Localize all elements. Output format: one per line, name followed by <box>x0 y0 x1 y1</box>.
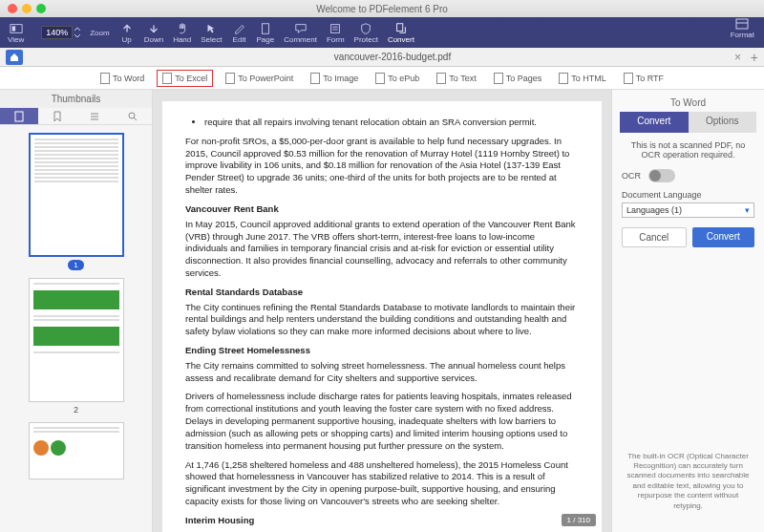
epub-icon <box>375 73 385 84</box>
zoom-value[interactable]: 140% <box>41 26 73 39</box>
thumbnails-list[interactable]: 1 2 <box>0 125 152 532</box>
zoom-label: Zoom <box>90 29 109 37</box>
search-icon <box>127 111 138 122</box>
to-text-button[interactable]: To Text <box>432 71 480 86</box>
edit-button[interactable]: Edit <box>232 22 247 44</box>
scan-note: This is not a scanned PDF, no OCR operat… <box>622 140 754 160</box>
body-text: In May 2015, Council approved additional… <box>185 219 579 280</box>
window-title: Welcome to PDFelement 6 Pro <box>0 4 764 14</box>
new-tab-button[interactable]: + <box>751 50 758 65</box>
page-content: require that all repairs involving tenan… <box>162 101 602 532</box>
svg-line-14 <box>134 117 137 120</box>
format-button[interactable]: Format <box>731 17 754 39</box>
comment-button[interactable]: Comment <box>284 22 317 44</box>
body-text: Drivers of homelessness include discharg… <box>185 391 579 452</box>
thumbnail-page-3[interactable] <box>29 422 124 479</box>
body-text: The City continues refining the Rental S… <box>185 302 579 338</box>
heading: Interim Housing <box>185 515 579 527</box>
svg-rect-7 <box>736 19 748 29</box>
page-label: 1 <box>68 260 83 270</box>
to-powerpoint-button[interactable]: To PowerPoint <box>221 71 298 86</box>
bookmarks-tab[interactable] <box>38 108 76 124</box>
heading: Rental Standards Database <box>185 287 579 299</box>
thumbnails-sidebar: Thumbnails 1 2 <box>0 90 153 532</box>
html-icon <box>559 73 568 84</box>
cancel-button[interactable]: Cancel <box>622 227 687 247</box>
document-viewport[interactable]: require that all repairs involving tenan… <box>153 90 611 532</box>
to-word-button[interactable]: To Word <box>96 71 149 86</box>
thumbnail-page-2[interactable]: 2 <box>29 278 124 415</box>
svg-rect-3 <box>331 24 340 32</box>
convert-panel: To Word Convert Options This is not a sc… <box>611 90 764 532</box>
panel-tabs: Convert Options <box>620 112 756 133</box>
to-rtf-button[interactable]: To RTF <box>619 71 668 86</box>
home-tab-button[interactable] <box>6 50 23 65</box>
bookmark-icon <box>52 111 63 122</box>
to-pages-button[interactable]: To Pages <box>489 71 547 86</box>
outline-tab[interactable] <box>76 108 115 124</box>
close-tab-button[interactable]: × <box>734 51 741 64</box>
ocr-footer-note: The built-in OCR (Optical Character Reco… <box>622 446 754 521</box>
language-select[interactable]: Languages (1) <box>622 202 754 218</box>
body-text: At 1,746 (1,258 sheltered homeless and 4… <box>185 459 579 508</box>
language-label: Document Language <box>622 190 754 200</box>
tab-options[interactable]: Options <box>689 112 757 133</box>
sidebar-title: Thumbnails <box>0 90 152 108</box>
image-icon <box>310 73 320 84</box>
page-button[interactable]: Page <box>257 22 275 44</box>
view-button[interactable]: View <box>8 22 24 44</box>
convert-format-bar: To Word To Excel To PowerPoint To Image … <box>0 67 764 90</box>
ppt-icon <box>225 73 235 84</box>
document-tab-bar: vancouver-2016-budget.pdf × + <box>0 48 764 67</box>
search-tab[interactable] <box>114 108 152 124</box>
word-icon <box>100 73 110 84</box>
list-icon <box>89 111 100 122</box>
body-text: The City remains committed to solving st… <box>185 360 579 385</box>
convert-action-button[interactable]: Convert <box>692 227 755 247</box>
up-button[interactable]: Up <box>119 22 135 44</box>
form-button[interactable]: Form <box>327 22 345 44</box>
panel-header: To Word <box>620 94 756 112</box>
text-icon <box>436 73 446 84</box>
body-text: For non-profit SROs, a $5,000-per-door g… <box>185 136 579 197</box>
zoom-stepper-icon[interactable] <box>73 26 82 39</box>
main-toolbar: View 140% Zoom Up Down Hand Select Edit … <box>0 17 764 48</box>
bullet-item: require that all repairs involving tenan… <box>204 117 579 129</box>
page-label: 2 <box>29 405 124 415</box>
pages-icon <box>494 73 503 84</box>
svg-rect-9 <box>15 112 23 121</box>
down-button[interactable]: Down <box>144 22 163 44</box>
tab-convert[interactable]: Convert <box>620 112 689 133</box>
zoom-control[interactable]: 140% <box>41 26 82 39</box>
protect-button[interactable]: Protect <box>354 22 378 44</box>
hand-button[interactable]: Hand <box>173 22 191 44</box>
thumbnail-page-1[interactable]: 1 <box>29 133 124 270</box>
page-indicator[interactable]: 1 / 310 <box>562 514 596 526</box>
rtf-icon <box>624 73 633 84</box>
thumbnails-tab[interactable] <box>0 108 38 124</box>
document-tab[interactable]: vancouver-2016-budget.pdf <box>27 52 758 62</box>
to-epub-button[interactable]: To ePub <box>371 71 424 86</box>
excel-icon <box>162 73 172 84</box>
heading: Vancouver Rent Bank <box>185 203 579 216</box>
svg-rect-1 <box>11 26 15 31</box>
to-image-button[interactable]: To Image <box>306 71 363 86</box>
sidebar-tabs <box>0 108 152 125</box>
ocr-label: OCR <box>622 171 641 181</box>
to-html-button[interactable]: To HTML <box>554 71 611 86</box>
window-titlebar: Welcome to PDFelement 6 Pro <box>0 0 764 17</box>
select-button[interactable]: Select <box>201 22 222 44</box>
heading: Ending Street Homelessness <box>185 345 579 357</box>
svg-rect-2 <box>262 23 268 33</box>
convert-button[interactable]: Convert <box>388 22 414 44</box>
page-icon <box>13 111 25 122</box>
to-excel-button[interactable]: To Excel <box>157 70 213 87</box>
svg-rect-6 <box>397 23 403 31</box>
ocr-toggle[interactable] <box>648 169 675 182</box>
